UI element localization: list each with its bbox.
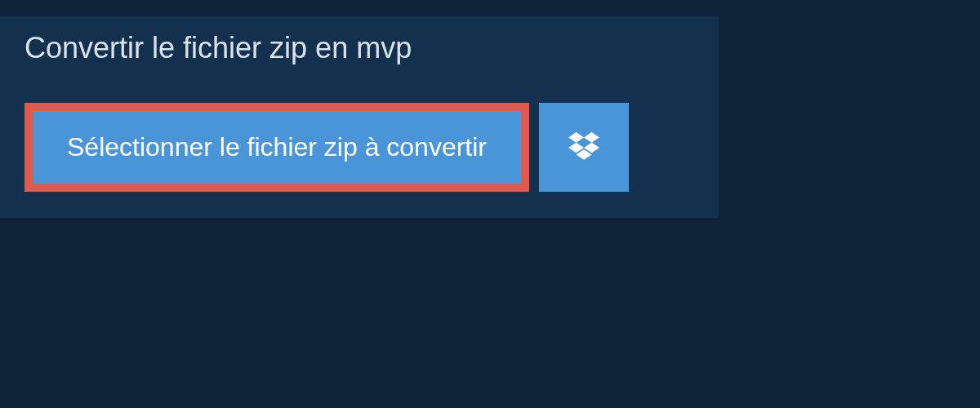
page-title: Convertir le fichier zip en mvp [0, 16, 436, 80]
dropbox-button[interactable] [539, 103, 629, 192]
svg-marker-1 [584, 132, 599, 143]
dropbox-icon [567, 131, 601, 165]
converter-panel: Convertir le fichier zip en mvp Sélectio… [0, 16, 719, 218]
action-row: Sélectionner le fichier zip à convertir [0, 80, 719, 218]
select-file-button[interactable]: Sélectionner le fichier zip à convertir [24, 103, 529, 192]
select-file-label: Sélectionner le fichier zip à convertir [67, 132, 487, 162]
svg-marker-0 [568, 132, 584, 143]
